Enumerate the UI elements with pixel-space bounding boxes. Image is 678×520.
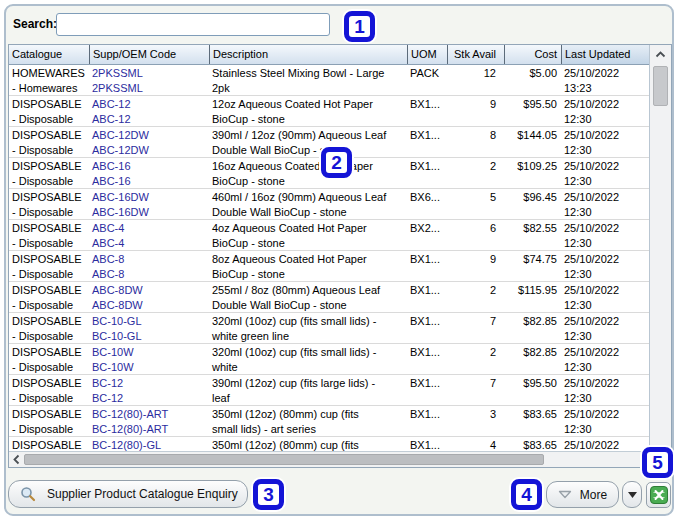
table-row[interactable]: DISPOSABLE- DisposableBC-10-GLBC-10-GL32… — [9, 313, 650, 344]
cell-stk-avail: 2 — [447, 282, 504, 312]
cell-last-updated-text: 25/10/2022 — [564, 97, 646, 112]
cell-catalogue-text: - Disposable — [12, 298, 86, 312]
supp-code-link[interactable]: ABC-16DW — [92, 190, 206, 205]
supp-code-link[interactable]: ABC-16DW — [92, 205, 206, 219]
cell-catalogue-text: - Disposable — [12, 205, 86, 219]
supp-code-link[interactable]: 2PKSSML — [92, 81, 206, 95]
cell-cost-text: $109.25 — [507, 159, 557, 174]
search-input[interactable] — [56, 13, 330, 36]
supp-code-link[interactable]: BC-12 — [92, 376, 206, 391]
cell-supp-oem-code: BC-10WBC-10W — [89, 344, 209, 374]
cell-catalogue-text: DISPOSABLE — [12, 97, 86, 112]
more-dropdown-button[interactable] — [622, 481, 642, 508]
triangle-down-icon — [558, 490, 572, 499]
supp-code-link[interactable]: ABC-16 — [92, 174, 206, 188]
cell-cost-text: $144.05 — [507, 128, 557, 143]
supp-code-link[interactable]: 2PKSSML — [92, 66, 206, 81]
supp-code-link[interactable]: BC-12 — [92, 391, 206, 405]
cell-supp-oem-code: ABC-12ABC-12 — [89, 96, 209, 126]
excel-export-button[interactable] — [646, 482, 671, 508]
cell-catalogue: DISPOSABLE- Disposable — [9, 406, 89, 436]
table-row[interactable]: DISPOSABLE- DisposableABC-16DWABC-16DW46… — [9, 189, 650, 220]
vertical-scrollbar[interactable] — [649, 45, 671, 451]
cell-cost: $82.85 — [504, 313, 561, 343]
supp-code-link[interactable]: BC-10W — [92, 345, 206, 360]
cell-last-updated-text: 12:30 — [564, 174, 646, 188]
supp-code-link[interactable]: BC-12(80)-GL — [92, 438, 206, 451]
catalogue-table: Catalogue Supp/OEM Code Description UOM … — [8, 44, 672, 468]
supplier-product-catalogue-enquiry-button[interactable]: Supplier Product Catalogue Enquiry — [8, 480, 248, 508]
cell-stk-avail-text: 9 — [450, 97, 496, 112]
cell-uom-text: BX1... — [410, 252, 444, 267]
supp-code-link[interactable]: ABC-8DW — [92, 283, 206, 298]
table-row[interactable]: DISPOSABLE- DisposableABC-8DWABC-8DW255m… — [9, 282, 650, 313]
more-button[interactable]: More — [546, 481, 619, 508]
table-row[interactable]: DISPOSABLE- DisposableBC-12BC-12390ml (1… — [9, 375, 650, 406]
cell-description-text: 2pk — [212, 81, 404, 95]
cell-last-updated-text: 12:30 — [564, 143, 646, 157]
column-header-supp-oem-code[interactable]: Supp/OEM Code — [89, 45, 209, 64]
cell-cost-text: $5.00 — [507, 66, 557, 81]
cell-supp-oem-code: ABC-16ABC-16 — [89, 158, 209, 188]
cell-stk-avail: 2 — [447, 158, 504, 188]
cell-description-text: BioCup - stone — [212, 112, 404, 126]
supp-code-link[interactable]: ABC-8DW — [92, 298, 206, 312]
cell-last-updated: 25/10/202213:23 — [561, 65, 649, 95]
table-row[interactable]: DISPOSABLE- DisposableABC-8ABC-88oz Aque… — [9, 251, 650, 282]
supp-code-link[interactable]: ABC-8 — [92, 252, 206, 267]
table-row[interactable]: DISPOSABLE- DisposableABC-12ABC-1212oz A… — [9, 96, 650, 127]
column-header-cost[interactable]: Cost — [504, 45, 561, 64]
cell-uom-text: BX1... — [410, 314, 444, 329]
table-row[interactable]: DISPOSABLE- DisposableBC-10WBC-10W320ml … — [9, 344, 650, 375]
cell-supp-oem-code: BC-12(80)-ARTBC-12(80)-ART — [89, 406, 209, 436]
cell-catalogue-text: - Disposable — [12, 174, 86, 188]
scroll-up-button[interactable] — [650, 45, 671, 64]
table-row[interactable]: DISPOSABLEBC-12(80)-GL350ml (12oz) (80mm… — [9, 437, 650, 451]
supp-code-link[interactable]: ABC-12DW — [92, 128, 206, 143]
cell-catalogue-text: DISPOSABLE — [12, 252, 86, 267]
supp-code-link[interactable]: BC-12(80)-ART — [92, 407, 206, 422]
supp-code-link[interactable]: ABC-12 — [92, 97, 206, 112]
cell-last-updated-text: 12:30 — [564, 298, 646, 312]
supp-code-link[interactable]: BC-10-GL — [92, 314, 206, 329]
supp-code-link[interactable]: ABC-16 — [92, 159, 206, 174]
column-header-uom[interactable]: UOM — [407, 45, 447, 64]
supp-code-link[interactable]: ABC-12DW — [92, 143, 206, 157]
horizontal-scrollbar-thumb[interactable] — [24, 454, 544, 465]
cell-last-updated: 25/10/202212:30 — [561, 282, 649, 312]
scroll-left-button[interactable] — [9, 452, 23, 467]
cell-cost: $82.85 — [504, 344, 561, 374]
supp-code-link[interactable]: ABC-12 — [92, 112, 206, 126]
cell-catalogue: DISPOSABLE- Disposable — [9, 189, 89, 219]
column-header-last-updated[interactable]: Last Updated — [561, 45, 649, 64]
supp-code-link[interactable]: ABC-4 — [92, 236, 206, 250]
cell-catalogue-text: DISPOSABLE — [12, 190, 86, 205]
cell-cost: $5.00 — [504, 65, 561, 95]
column-header-stk-avail[interactable]: Stk Avail — [447, 45, 504, 64]
column-header-description[interactable]: Description — [209, 45, 407, 64]
horizontal-scrollbar[interactable] — [9, 451, 649, 467]
cell-description-text: 390ml / 12oz (90mm) Aqueous Leaf — [212, 128, 404, 143]
column-header-catalogue[interactable]: Catalogue — [9, 45, 89, 64]
table-row[interactable]: DISPOSABLE- DisposableABC-4ABC-44oz Aque… — [9, 220, 650, 251]
supp-code-link[interactable]: BC-12(80)-ART — [92, 422, 206, 436]
cell-last-updated-text: 12:30 — [564, 360, 646, 374]
table-row[interactable]: DISPOSABLE- DisposableBC-12(80)-ARTBC-12… — [9, 406, 650, 437]
cell-last-updated: 25/10/2022 — [561, 437, 649, 451]
supp-code-link[interactable]: BC-10W — [92, 360, 206, 374]
supp-code-link[interactable]: ABC-4 — [92, 221, 206, 236]
callout-badge-1: 1 — [344, 11, 375, 42]
vertical-scrollbar-thumb[interactable] — [653, 66, 668, 106]
cell-last-updated-text: 12:30 — [564, 236, 646, 250]
cell-description-text: leaf — [212, 391, 404, 405]
cell-last-updated-text: 25/10/2022 — [564, 314, 646, 329]
supp-code-link[interactable]: ABC-8 — [92, 267, 206, 281]
cell-last-updated-text: 25/10/2022 — [564, 159, 646, 174]
table-row[interactable]: HOMEWARES- Homewares2PKSSML2PKSSMLStainl… — [9, 65, 650, 96]
cell-last-updated-text: 25/10/2022 — [564, 252, 646, 267]
cell-last-updated: 25/10/202212:30 — [561, 375, 649, 405]
supp-code-link[interactable]: BC-10-GL — [92, 329, 206, 343]
cell-supp-oem-code: BC-12BC-12 — [89, 375, 209, 405]
cell-catalogue-text: DISPOSABLE — [12, 314, 86, 329]
cell-description: 12oz Aqueous Coated Hot PaperBioCup - st… — [209, 96, 407, 126]
